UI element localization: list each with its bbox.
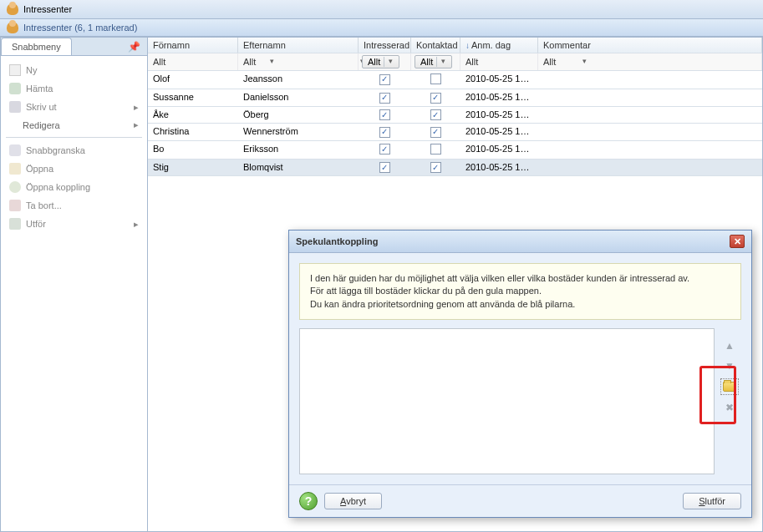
table-cell: Wennerström bbox=[238, 124, 359, 140]
col-intresserad[interactable]: Intresserad bbox=[359, 38, 411, 53]
checkbox[interactable] bbox=[430, 144, 441, 155]
finish-button[interactable]: Slutför bbox=[683, 493, 741, 509]
tab-snabbmeny[interactable]: Snabbmeny bbox=[1, 38, 72, 55]
user-icon bbox=[7, 22, 18, 33]
checkbox[interactable]: ✓ bbox=[430, 162, 441, 173]
print-icon bbox=[9, 101, 21, 113]
filter-kommentar[interactable] bbox=[542, 55, 758, 68]
remove-button[interactable]: ✖ bbox=[721, 400, 738, 415]
folder-icon bbox=[723, 382, 736, 392]
checkbox[interactable] bbox=[430, 73, 441, 84]
table-cell: ✓ bbox=[411, 124, 460, 140]
table-row[interactable]: SussanneDanielsson✓✓2010-05-25 10:4... bbox=[148, 89, 762, 107]
table-cell: Eriksson bbox=[238, 141, 359, 159]
table-cell: Bo bbox=[148, 141, 238, 159]
table-cell: Olof bbox=[148, 71, 238, 89]
menu-item-redigera[interactable]: Redigera▸ bbox=[4, 116, 144, 134]
table-row[interactable]: ÅkeÖberg✓✓2010-05-25 10:4... bbox=[148, 107, 762, 124]
table-cell bbox=[538, 141, 762, 159]
table-cell: 2010-05-25 10:4... bbox=[460, 89, 538, 106]
checkbox[interactable]: ✓ bbox=[379, 93, 390, 104]
menu-item-utf-r[interactable]: Utför▸ bbox=[4, 215, 144, 233]
checkbox[interactable]: ✓ bbox=[430, 109, 441, 120]
menu-item--ppna[interactable]: Öppna bbox=[4, 160, 144, 178]
dialog-footer: ? Avbryt Slutför bbox=[289, 484, 751, 517]
table-row[interactable]: ChristinaWennerström✓✓2010-05-25 10:4... bbox=[148, 124, 762, 141]
menu-item-h-mta[interactable]: Hämta bbox=[4, 79, 144, 98]
table-cell: ✓ bbox=[359, 160, 411, 176]
table-cell bbox=[538, 71, 762, 89]
eye-icon bbox=[9, 144, 21, 156]
subheader-text: Intressenter (6, 1 markerad) bbox=[23, 23, 137, 33]
checkbox[interactable]: ✓ bbox=[430, 93, 441, 104]
checkbox[interactable]: ✓ bbox=[379, 127, 390, 138]
list-tools: ▲ ▼ ✖ bbox=[718, 328, 741, 474]
filter-intresserad[interactable]: Allt▾ bbox=[362, 55, 399, 68]
table-cell: 2010-05-25 10:4... bbox=[460, 71, 538, 89]
menu-item-ny[interactable]: Ny bbox=[4, 61, 144, 79]
table-cell: 2010-05-25 10:4... bbox=[460, 107, 538, 124]
menu-item-snabbgranska[interactable]: Snabbgranska bbox=[4, 141, 144, 160]
table-cell bbox=[538, 107, 762, 124]
info-box: I den här guiden har du möjlighet att vä… bbox=[299, 263, 741, 320]
grid-filter-row: ▾ ▾ Allt▾ Allt▾ ▾ bbox=[148, 53, 762, 71]
checkbox[interactable]: ✓ bbox=[379, 74, 390, 85]
dialog-titlebar: Spekulantkoppling ✕ bbox=[289, 231, 751, 253]
checkbox[interactable]: ✓ bbox=[379, 144, 390, 155]
table-row[interactable]: OlofJeansson✓2010-05-25 10:4... bbox=[148, 71, 762, 89]
menu-item-label: Hämta bbox=[26, 84, 53, 94]
sidebar-tab-row: Snabbmeny 📌 bbox=[1, 38, 147, 55]
move-up-button[interactable]: ▲ bbox=[721, 338, 738, 353]
move-down-button[interactable]: ▼ bbox=[721, 358, 738, 373]
del-icon bbox=[9, 200, 21, 211]
checkbox[interactable]: ✓ bbox=[379, 162, 390, 173]
table-cell: Öberg bbox=[238, 107, 359, 124]
menu-item-skriv-ut[interactable]: Skriv ut▸ bbox=[4, 98, 144, 116]
col-kontaktad[interactable]: Kontaktad bbox=[411, 38, 460, 53]
table-cell: 2010-05-25 10:4... bbox=[460, 160, 538, 176]
menu-item--ppna-koppling[interactable]: Öppna koppling bbox=[4, 178, 144, 196]
table-row[interactable]: BoEriksson✓2010-05-25 10:4... bbox=[148, 141, 762, 160]
menu-item-label: Skriv ut bbox=[26, 102, 57, 112]
table-cell: Åke bbox=[148, 107, 238, 124]
menu-item-label: Öppna bbox=[26, 164, 53, 174]
close-button[interactable]: ✕ bbox=[730, 235, 745, 248]
info-line-3: Du kan ändra prioritetsordning genom att… bbox=[310, 298, 730, 311]
col-fornamn[interactable]: Förnamn bbox=[148, 38, 238, 53]
table-cell: Stig bbox=[148, 160, 238, 176]
down-icon bbox=[9, 83, 21, 94]
submenu-arrow-icon: ▸ bbox=[134, 119, 139, 130]
col-kommentar[interactable]: Kommentar bbox=[538, 38, 762, 53]
checkbox[interactable]: ✓ bbox=[379, 109, 390, 120]
dropdown-icon: ▾ bbox=[384, 57, 394, 67]
checkbox[interactable]: ✓ bbox=[430, 127, 441, 138]
filter-kontaktad[interactable]: Allt▾ bbox=[415, 55, 452, 68]
table-cell bbox=[538, 124, 762, 140]
table-cell: Jeansson bbox=[238, 71, 359, 89]
user-icon bbox=[7, 3, 18, 15]
dialog-title: Spekulantkoppling bbox=[296, 236, 378, 246]
table-cell bbox=[411, 71, 460, 89]
table-cell: ✓ bbox=[411, 160, 460, 176]
subheader: Intressenter (6, 1 markerad) bbox=[0, 19, 763, 37]
table-cell bbox=[538, 89, 762, 106]
pin-icon[interactable]: 📌 bbox=[121, 41, 147, 53]
menu-item-label: Snabbgranska bbox=[26, 145, 85, 155]
table-row[interactable]: StigBlomqvist✓✓2010-05-25 10:4... bbox=[148, 160, 762, 177]
menu-item-ta-bort-[interactable]: Ta bort... bbox=[4, 196, 144, 215]
submenu-arrow-icon: ▸ bbox=[134, 102, 139, 113]
table-cell: Danielsson bbox=[238, 89, 359, 106]
help-button[interactable]: ? bbox=[299, 492, 318, 510]
cancel-button[interactable]: Avbryt bbox=[324, 493, 382, 509]
dropdown-icon: ▾ bbox=[436, 57, 446, 67]
col-anm-dag[interactable]: ↓Anm. dag bbox=[460, 38, 538, 53]
table-cell: ✓ bbox=[359, 89, 411, 106]
col-efternamn[interactable]: Efternamn bbox=[238, 38, 359, 53]
filter-efternamn[interactable] bbox=[242, 55, 360, 68]
table-cell: 2010-05-25 10:4... bbox=[460, 124, 538, 140]
add-folder-button[interactable] bbox=[720, 378, 739, 395]
table-cell: ✓ bbox=[411, 107, 460, 124]
list-box[interactable] bbox=[299, 328, 715, 474]
table-cell: ✓ bbox=[359, 124, 411, 140]
menu-separator bbox=[6, 137, 142, 138]
